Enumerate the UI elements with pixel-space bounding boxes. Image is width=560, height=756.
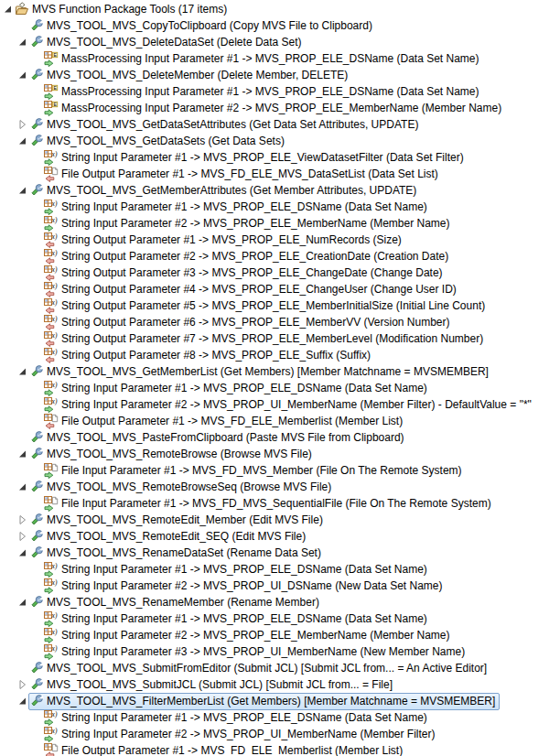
tree-row[interactable]: File Input Parameter #1 -> MVS_FD_MVS_Me…	[0, 462, 560, 479]
tree-row[interactable]: EMassProcessing Input Parameter #2 -> MV…	[0, 100, 560, 116]
expander-expanded-icon[interactable]	[1, 2, 14, 16]
row-content[interactable]: File Output Parameter #1 -> MVS_FD_ELE_M…	[43, 742, 407, 756]
row-content[interactable]: MVS_TOOL_MVS_GetMemberAttributes (Get Me…	[28, 182, 421, 200]
tree-row[interactable]: x)String Input Parameter #3 -> MVS_PROP_…	[0, 643, 560, 660]
row-content[interactable]: x)String Input Parameter #1 -> MVS_PROP_…	[43, 380, 432, 397]
tree-row[interactable]: MVS_TOOL_MVS_RemoteEdit_SEQ (Edit MVS Fi…	[0, 528, 560, 545]
expander-collapsed-icon[interactable]	[16, 513, 28, 527]
row-content[interactable]: x)String Output Parameter #7 -> MVS_PROP…	[43, 330, 488, 348]
row-content[interactable]: x)String Input Parameter #2 -> MVS_PROP_…	[43, 726, 439, 743]
row-content[interactable]: x)String Output Parameter #2 -> MVS_PROP…	[43, 248, 453, 265]
row-content[interactable]: MVS_TOOL_MVS_GetDataSetAttributes (Get D…	[28, 116, 423, 134]
tree-row[interactable]: MVS_TOOL_MVS_DeleteMember (Delete Member…	[0, 67, 560, 83]
tree-row[interactable]: MVS_TOOL_MVS_GetMemberAttributes (Get Me…	[0, 182, 560, 199]
tree-row[interactable]: x)String Input Parameter #2 -> MVS_PROP_…	[0, 215, 560, 232]
row-content[interactable]: x)String Input Parameter #1 -> MVS_PROP_…	[43, 199, 432, 216]
row-content[interactable]: x)String Input Parameter #1 -> MVS_PROP_…	[43, 149, 468, 167]
tree-row[interactable]: x)String Input Parameter #1 -> MVS_PROP_…	[0, 561, 560, 578]
selected-row-content[interactable]: MVS_TOOL_MVS_FilterMemberList (Get Membe…	[28, 693, 500, 710]
row-content[interactable]: MVS_TOOL_MVS_RemoteEdit_Member (Edit MVS…	[28, 512, 328, 529]
tree-row[interactable]: x)String Input Parameter #1 -> MVS_PROP_…	[0, 709, 560, 726]
row-content[interactable]: x)String Input Parameter #1 -> MVS_PROP_…	[43, 561, 432, 578]
row-content[interactable]: EMassProcessing Input Parameter #1 -> MV…	[43, 50, 484, 68]
row-content[interactable]: MVS_TOOL_MVS_DeleteMember (Delete Member…	[28, 67, 352, 84]
tree-row[interactable]: x)String Output Parameter #4 -> MVS_PROP…	[0, 281, 560, 297]
expander-collapsed-icon[interactable]	[16, 117, 28, 132]
expander-expanded-icon[interactable]	[16, 480, 28, 494]
row-content[interactable]: MVS_TOOL_MVS_CopyToClipboard (Copy MVS F…	[28, 17, 377, 35]
expander-expanded-icon[interactable]	[16, 545, 28, 560]
row-content[interactable]: MVS_TOOL_MVS_SubmitFromEditor (Submit JC…	[28, 660, 491, 677]
row-content[interactable]: x)String Output Parameter #4 -> MVS_PROP…	[43, 281, 461, 298]
tree-row[interactable]: MVS_TOOL_MVS_SubmitJCL (Submit JCL) [Sub…	[0, 676, 560, 693]
tree-row[interactable]: File Output Parameter #1 -> MVS_FD_ELE_M…	[0, 413, 560, 429]
tree-row[interactable]: x)String Input Parameter #1 -> MVS_PROP_…	[0, 610, 560, 627]
tree-row[interactable]: x)String Input Parameter #2 -> MVS_PROP_…	[0, 726, 560, 742]
row-content[interactable]: MVS_TOOL_MVS_RemoteEdit_SEQ (Edit MVS Fi…	[28, 528, 310, 545]
row-content[interactable]: MVS_TOOL_MVS_GetMemberList (Get Members)…	[28, 363, 493, 381]
row-content[interactable]: File Input Parameter #1 -> MVS_FD_MVS_Se…	[43, 495, 496, 513]
row-content[interactable]: MVS_TOOL_MVS_RemoteBrowse (Browse MVS Fi…	[28, 446, 317, 463]
expander-expanded-icon[interactable]	[16, 35, 28, 49]
tree-row[interactable]: MVS_TOOL_MVS_GetDataSetAttributes (Get D…	[0, 116, 560, 133]
tree-row[interactable]: x)String Output Parameter #2 -> MVS_PROP…	[0, 248, 560, 265]
expander-expanded-icon[interactable]	[16, 68, 28, 82]
expander-collapsed-icon[interactable]	[16, 677, 28, 692]
tree-row[interactable]: x)String Output Parameter #7 -> MVS_PROP…	[0, 330, 560, 347]
row-content[interactable]: File Output Parameter #1 -> MVS_FD_ELE_M…	[43, 413, 407, 430]
tree-row[interactable]: x)String Input Parameter #1 -> MVS_PROP_…	[0, 149, 560, 166]
row-content[interactable]: x)String Input Parameter #2 -> MVS_PROP_…	[43, 578, 447, 595]
tree-row[interactable]: MVS_TOOL_MVS_CopyToClipboard (Copy MVS F…	[0, 17, 560, 34]
tree-row[interactable]: MVS Function Package Tools (17 items)	[0, 1, 560, 17]
expander-expanded-icon[interactable]	[16, 694, 28, 708]
row-content[interactable]: x)String Output Parameter #3 -> MVS_PROP…	[43, 265, 447, 282]
tree-row[interactable]: MVS_TOOL_MVS_RemoteEdit_Member (Edit MVS…	[0, 512, 560, 528]
tree-row[interactable]: x)String Input Parameter #2 -> MVS_PROP_…	[0, 627, 560, 643]
tree-row[interactable]: MVS_TOOL_MVS_RenameMember (Rename Member…	[0, 594, 560, 610]
tree-row[interactable]: x)String Input Parameter #1 -> MVS_PROP_…	[0, 380, 560, 396]
expander-expanded-icon[interactable]	[16, 134, 28, 148]
tree-row[interactable]: MVS_TOOL_MVS_GetDataSets (Get Data Sets)	[0, 133, 560, 149]
tree-row[interactable]: MVS_TOOL_MVS_PasteFromClipboard (Paste M…	[0, 429, 560, 446]
row-content[interactable]: EMassProcessing Input Parameter #2 -> MV…	[43, 100, 506, 117]
row-content[interactable]: x)String Input Parameter #2 -> MVS_PROP_…	[43, 396, 536, 414]
row-content[interactable]: MVS_TOOL_MVS_PasteFromClipboard (Paste M…	[28, 429, 409, 447]
tree-row[interactable]: x)String Input Parameter #2 -> MVS_PROP_…	[0, 578, 560, 594]
row-content[interactable]: x)String Output Parameter #5 -> MVS_PROP…	[43, 297, 490, 315]
expander-expanded-icon[interactable]	[16, 595, 28, 610]
tree-row[interactable]: File Output Parameter #1 -> MVS_FD_ELE_M…	[0, 742, 560, 756]
tree-row[interactable]: x)String Output Parameter #1 -> MVS_PROP…	[0, 232, 560, 248]
tree-row[interactable]: x)String Input Parameter #2 -> MVS_PROP_…	[0, 396, 560, 413]
row-content[interactable]: x)String Input Parameter #2 -> MVS_PROP_…	[43, 215, 455, 232]
tree-row[interactable]: MVS_TOOL_MVS_RemoteBrowse (Browse MVS Fi…	[0, 446, 560, 462]
tree-row[interactable]: MVS_TOOL_MVS_RemoteBrowseSeq (Browse MVS…	[0, 479, 560, 495]
row-content[interactable]: MVS_TOOL_MVS_RenameDataSet (Rename Data …	[28, 545, 326, 562]
tree-row[interactable]: x)String Output Parameter #5 -> MVS_PROP…	[0, 297, 560, 314]
tree-row[interactable]: EMassProcessing Input Parameter #1 -> MV…	[0, 83, 560, 100]
row-content[interactable]: MVS_TOOL_MVS_DeleteDataSet (Delete Data …	[28, 34, 307, 51]
expander-expanded-icon[interactable]	[16, 364, 28, 379]
row-content[interactable]: x)String Input Parameter #1 -> MVS_PROP_…	[43, 610, 432, 628]
row-content[interactable]: EMassProcessing Input Parameter #1 -> MV…	[43, 83, 484, 101]
tree-row[interactable]: MVS_TOOL_MVS_RenameDataSet (Rename Data …	[0, 545, 560, 561]
row-content[interactable]: MVS_TOOL_MVS_GetDataSets (Get Data Sets)	[28, 133, 289, 150]
tree-row[interactable]: x)String Input Parameter #1 -> MVS_PROP_…	[0, 199, 560, 215]
expander-collapsed-icon[interactable]	[16, 529, 28, 544]
tree-row[interactable]: MVS_TOOL_MVS_GetMemberList (Get Members)…	[0, 363, 560, 380]
row-content[interactable]: File Input Parameter #1 -> MVS_FD_MVS_Me…	[43, 462, 467, 480]
row-content[interactable]: MVS_TOOL_MVS_RenameMember (Rename Member…	[28, 594, 324, 611]
row-content[interactable]: MVS Function Package Tools (17 items)	[14, 1, 232, 18]
tree-row[interactable]: MVS_TOOL_MVS_FilterMemberList (Get Membe…	[0, 693, 560, 709]
row-content[interactable]: File Output Parameter #1 -> MVS_FD_ELE_M…	[43, 166, 443, 183]
row-content[interactable]: x)String Output Parameter #1 -> MVS_PROP…	[43, 232, 406, 249]
row-content[interactable]: x)String Input Parameter #2 -> MVS_PROP_…	[43, 627, 455, 644]
tree-row[interactable]: x)String Output Parameter #8 -> MVS_PROP…	[0, 347, 560, 363]
expander-expanded-icon[interactable]	[16, 447, 28, 461]
row-content[interactable]: x)String Input Parameter #1 -> MVS_PROP_…	[43, 709, 432, 727]
row-content[interactable]: x)String Output Parameter #8 -> MVS_PROP…	[43, 347, 375, 364]
tree-row[interactable]: MVS_TOOL_MVS_SubmitFromEditor (Submit JC…	[0, 660, 560, 676]
row-content[interactable]: MVS_TOOL_MVS_RemoteBrowseSeq (Browse MVS…	[28, 479, 336, 496]
row-content[interactable]: x)String Input Parameter #3 -> MVS_PROP_…	[43, 643, 469, 661]
tree-row[interactable]: x)String Output Parameter #3 -> MVS_PROP…	[0, 265, 560, 281]
tree-row[interactable]: x)String Output Parameter #6 -> MVS_PROP…	[0, 314, 560, 330]
